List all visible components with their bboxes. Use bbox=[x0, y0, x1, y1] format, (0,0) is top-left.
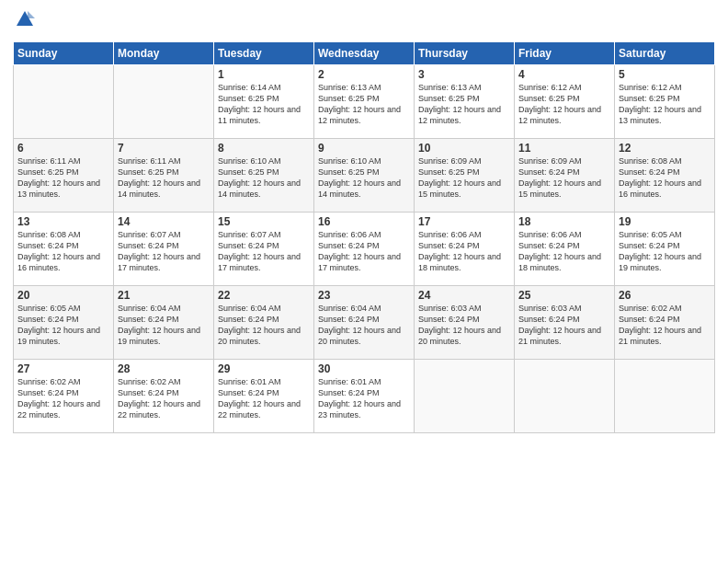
day-number: 3 bbox=[418, 68, 510, 81]
calendar-cell: 17Sunrise: 6:06 AM Sunset: 6:24 PM Dayli… bbox=[415, 213, 515, 286]
col-header-monday: Monday bbox=[114, 42, 214, 65]
calendar-week-row: 1Sunrise: 6:14 AM Sunset: 6:25 PM Daylig… bbox=[14, 65, 715, 139]
calendar-table: SundayMondayTuesdayWednesdayThursdayFrid… bbox=[13, 41, 715, 433]
calendar-cell: 12Sunrise: 6:08 AM Sunset: 6:24 PM Dayli… bbox=[615, 139, 715, 213]
day-number: 22 bbox=[218, 289, 310, 302]
day-number: 25 bbox=[518, 289, 610, 302]
calendar-cell: 28Sunrise: 6:02 AM Sunset: 6:24 PM Dayli… bbox=[114, 360, 214, 433]
svg-marker-1 bbox=[28, 11, 35, 18]
day-info: Sunrise: 6:06 AM Sunset: 6:24 PM Dayligh… bbox=[518, 229, 610, 274]
calendar-cell: 11Sunrise: 6:09 AM Sunset: 6:24 PM Dayli… bbox=[515, 139, 615, 213]
calendar-cell: 24Sunrise: 6:03 AM Sunset: 6:24 PM Dayli… bbox=[415, 286, 515, 360]
col-header-sunday: Sunday bbox=[14, 42, 114, 65]
day-info: Sunrise: 6:06 AM Sunset: 6:24 PM Dayligh… bbox=[318, 229, 410, 274]
calendar-cell: 6Sunrise: 6:11 AM Sunset: 6:25 PM Daylig… bbox=[14, 139, 114, 213]
calendar-cell: 25Sunrise: 6:03 AM Sunset: 6:24 PM Dayli… bbox=[515, 286, 615, 360]
day-info: Sunrise: 6:13 AM Sunset: 6:25 PM Dayligh… bbox=[318, 82, 410, 127]
day-info: Sunrise: 6:14 AM Sunset: 6:25 PM Dayligh… bbox=[218, 82, 310, 127]
calendar-cell: 13Sunrise: 6:08 AM Sunset: 6:24 PM Dayli… bbox=[14, 213, 114, 286]
day-number: 26 bbox=[619, 289, 711, 302]
calendar-cell bbox=[114, 65, 214, 139]
calendar-week-row: 6Sunrise: 6:11 AM Sunset: 6:25 PM Daylig… bbox=[14, 139, 715, 213]
calendar-week-row: 13Sunrise: 6:08 AM Sunset: 6:24 PM Dayli… bbox=[14, 213, 715, 286]
day-number: 30 bbox=[318, 362, 410, 375]
day-number: 29 bbox=[218, 362, 310, 375]
calendar-cell: 26Sunrise: 6:02 AM Sunset: 6:24 PM Dayli… bbox=[615, 286, 715, 360]
day-number: 23 bbox=[318, 289, 410, 302]
day-number: 13 bbox=[17, 215, 109, 228]
day-info: Sunrise: 6:08 AM Sunset: 6:24 PM Dayligh… bbox=[619, 155, 711, 201]
calendar-cell: 1Sunrise: 6:14 AM Sunset: 6:25 PM Daylig… bbox=[214, 65, 314, 139]
day-number: 16 bbox=[318, 215, 410, 228]
day-number: 27 bbox=[17, 362, 109, 375]
day-info: Sunrise: 6:03 AM Sunset: 6:24 PM Dayligh… bbox=[518, 303, 610, 348]
col-header-saturday: Saturday bbox=[615, 42, 715, 65]
calendar-cell: 22Sunrise: 6:04 AM Sunset: 6:24 PM Dayli… bbox=[214, 286, 314, 360]
day-number: 1 bbox=[218, 68, 310, 81]
calendar-cell: 7Sunrise: 6:11 AM Sunset: 6:25 PM Daylig… bbox=[114, 139, 214, 213]
calendar-cell bbox=[615, 360, 715, 433]
day-number: 8 bbox=[218, 142, 310, 155]
day-info: Sunrise: 6:03 AM Sunset: 6:24 PM Dayligh… bbox=[418, 303, 510, 348]
day-number: 4 bbox=[518, 68, 610, 81]
calendar-cell: 2Sunrise: 6:13 AM Sunset: 6:25 PM Daylig… bbox=[314, 65, 415, 139]
calendar-cell: 9Sunrise: 6:10 AM Sunset: 6:25 PM Daylig… bbox=[314, 139, 415, 213]
col-header-friday: Friday bbox=[515, 42, 615, 65]
calendar-cell: 21Sunrise: 6:04 AM Sunset: 6:24 PM Dayli… bbox=[114, 286, 214, 360]
day-info: Sunrise: 6:12 AM Sunset: 6:25 PM Dayligh… bbox=[518, 82, 610, 127]
calendar-header-row: SundayMondayTuesdayWednesdayThursdayFrid… bbox=[14, 42, 715, 65]
day-info: Sunrise: 6:09 AM Sunset: 6:24 PM Dayligh… bbox=[518, 155, 610, 201]
day-info: Sunrise: 6:11 AM Sunset: 6:25 PM Dayligh… bbox=[17, 155, 109, 201]
day-info: Sunrise: 6:01 AM Sunset: 6:24 PM Dayligh… bbox=[318, 376, 410, 421]
day-info: Sunrise: 6:08 AM Sunset: 6:24 PM Dayligh… bbox=[17, 229, 109, 274]
day-number: 14 bbox=[118, 215, 210, 228]
page-header bbox=[13, 9, 715, 34]
day-info: Sunrise: 6:01 AM Sunset: 6:24 PM Dayligh… bbox=[218, 376, 310, 421]
day-number: 5 bbox=[619, 68, 711, 81]
day-info: Sunrise: 6:12 AM Sunset: 6:25 PM Dayligh… bbox=[619, 82, 711, 127]
day-info: Sunrise: 6:02 AM Sunset: 6:24 PM Dayligh… bbox=[17, 376, 109, 421]
calendar-cell: 16Sunrise: 6:06 AM Sunset: 6:24 PM Dayli… bbox=[314, 213, 415, 286]
calendar-cell: 14Sunrise: 6:07 AM Sunset: 6:24 PM Dayli… bbox=[114, 213, 214, 286]
calendar-cell bbox=[415, 360, 515, 433]
calendar-cell: 15Sunrise: 6:07 AM Sunset: 6:24 PM Dayli… bbox=[214, 213, 314, 286]
col-header-wednesday: Wednesday bbox=[314, 42, 415, 65]
calendar-cell: 23Sunrise: 6:04 AM Sunset: 6:24 PM Dayli… bbox=[314, 286, 415, 360]
day-number: 6 bbox=[17, 142, 109, 155]
day-number: 20 bbox=[17, 289, 109, 302]
calendar-cell: 27Sunrise: 6:02 AM Sunset: 6:24 PM Dayli… bbox=[14, 360, 114, 433]
day-number: 7 bbox=[118, 142, 210, 155]
calendar-cell bbox=[515, 360, 615, 433]
day-number: 9 bbox=[318, 142, 410, 155]
day-info: Sunrise: 6:10 AM Sunset: 6:25 PM Dayligh… bbox=[318, 155, 410, 201]
day-info: Sunrise: 6:04 AM Sunset: 6:24 PM Dayligh… bbox=[218, 303, 310, 348]
logo bbox=[13, 9, 35, 34]
day-number: 18 bbox=[518, 215, 610, 228]
calendar-cell: 29Sunrise: 6:01 AM Sunset: 6:24 PM Dayli… bbox=[214, 360, 314, 433]
col-header-thursday: Thursday bbox=[415, 42, 515, 65]
day-number: 11 bbox=[518, 142, 610, 155]
calendar-cell: 3Sunrise: 6:13 AM Sunset: 6:25 PM Daylig… bbox=[415, 65, 515, 139]
day-info: Sunrise: 6:10 AM Sunset: 6:25 PM Dayligh… bbox=[218, 155, 310, 201]
calendar-cell: 5Sunrise: 6:12 AM Sunset: 6:25 PM Daylig… bbox=[615, 65, 715, 139]
day-info: Sunrise: 6:07 AM Sunset: 6:24 PM Dayligh… bbox=[218, 229, 310, 274]
day-number: 28 bbox=[118, 362, 210, 375]
calendar-cell: 19Sunrise: 6:05 AM Sunset: 6:24 PM Dayli… bbox=[615, 213, 715, 286]
calendar-cell: 10Sunrise: 6:09 AM Sunset: 6:25 PM Dayli… bbox=[415, 139, 515, 213]
day-info: Sunrise: 6:02 AM Sunset: 6:24 PM Dayligh… bbox=[619, 303, 711, 348]
day-info: Sunrise: 6:07 AM Sunset: 6:24 PM Dayligh… bbox=[118, 229, 210, 274]
day-info: Sunrise: 6:13 AM Sunset: 6:25 PM Dayligh… bbox=[418, 82, 510, 127]
day-info: Sunrise: 6:09 AM Sunset: 6:25 PM Dayligh… bbox=[418, 155, 510, 201]
day-number: 24 bbox=[418, 289, 510, 302]
calendar-cell: 8Sunrise: 6:10 AM Sunset: 6:25 PM Daylig… bbox=[214, 139, 314, 213]
day-info: Sunrise: 6:05 AM Sunset: 6:24 PM Dayligh… bbox=[619, 229, 711, 274]
day-info: Sunrise: 6:04 AM Sunset: 6:24 PM Dayligh… bbox=[118, 303, 210, 348]
calendar-cell: 30Sunrise: 6:01 AM Sunset: 6:24 PM Dayli… bbox=[314, 360, 415, 433]
calendar-week-row: 20Sunrise: 6:05 AM Sunset: 6:24 PM Dayli… bbox=[14, 286, 715, 360]
day-number: 17 bbox=[418, 215, 510, 228]
calendar-cell: 4Sunrise: 6:12 AM Sunset: 6:25 PM Daylig… bbox=[515, 65, 615, 139]
day-info: Sunrise: 6:11 AM Sunset: 6:25 PM Dayligh… bbox=[118, 155, 210, 201]
logo-icon bbox=[15, 9, 35, 29]
day-info: Sunrise: 6:05 AM Sunset: 6:24 PM Dayligh… bbox=[17, 303, 109, 348]
day-info: Sunrise: 6:02 AM Sunset: 6:24 PM Dayligh… bbox=[118, 376, 210, 421]
